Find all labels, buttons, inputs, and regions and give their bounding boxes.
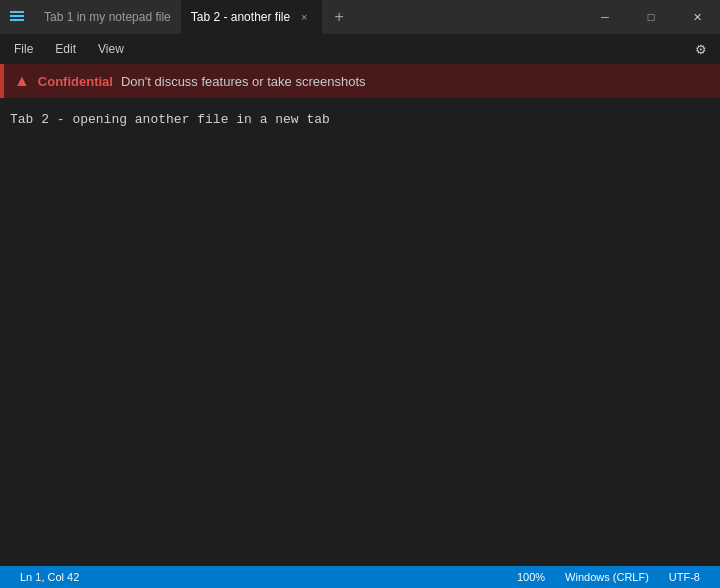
svg-rect-1: [10, 15, 24, 17]
new-tab-button[interactable]: +: [322, 0, 356, 34]
editor-content: Tab 2 - opening another file in a new ta…: [10, 112, 330, 127]
status-encoding[interactable]: UTF-8: [659, 571, 710, 583]
tab-1-label: Tab 1 in my notepad file: [44, 10, 171, 24]
status-zoom[interactable]: 100%: [507, 571, 555, 583]
notification-title: Confidential: [38, 74, 113, 89]
status-line-ending[interactable]: Windows (CRLF): [555, 571, 659, 583]
notification-message: Don't discuss features or take screensho…: [121, 74, 366, 89]
editor-area[interactable]: Tab 2 - opening another file in a new ta…: [0, 98, 720, 566]
menu-bar: File Edit View ⚙: [0, 34, 720, 64]
menu-file[interactable]: File: [4, 38, 43, 60]
status-bar: Ln 1, Col 42 100% Windows (CRLF) UTF-8: [0, 566, 720, 588]
window-controls: ─ □ ✕: [582, 0, 720, 34]
tab-2-label: Tab 2 - another file: [191, 10, 290, 24]
title-bar: Tab 1 in my notepad file Tab 2 - another…: [0, 0, 720, 34]
tab-2-close[interactable]: ×: [296, 9, 312, 25]
status-position[interactable]: Ln 1, Col 42: [10, 571, 89, 583]
svg-rect-0: [10, 11, 24, 13]
tab-1[interactable]: Tab 1 in my notepad file: [34, 0, 181, 34]
menu-edit[interactable]: Edit: [45, 38, 86, 60]
close-button[interactable]: ✕: [674, 0, 720, 34]
warning-icon: ▲: [14, 72, 30, 90]
maximize-button[interactable]: □: [628, 0, 674, 34]
menu-view[interactable]: View: [88, 38, 134, 60]
settings-icon[interactable]: ⚙: [686, 34, 716, 64]
svg-rect-2: [10, 19, 24, 21]
notification-bar: ▲ Confidential Don't discuss features or…: [0, 64, 720, 98]
app-icon: [0, 0, 34, 34]
minimize-button[interactable]: ─: [582, 0, 628, 34]
tab-2[interactable]: Tab 2 - another file ×: [181, 0, 322, 34]
